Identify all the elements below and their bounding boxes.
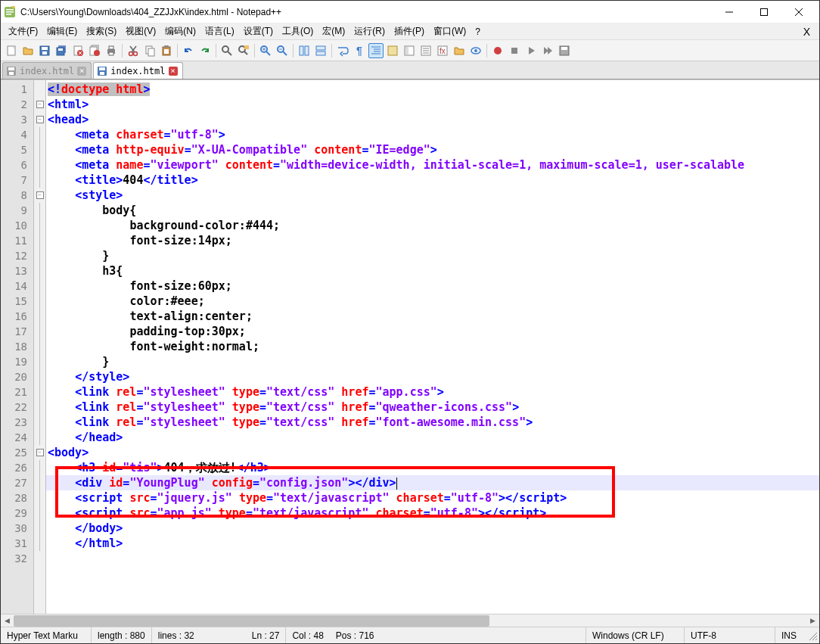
code-line[interactable]: text-align:center; [46, 309, 819, 324]
line-number[interactable]: 18 [1, 339, 33, 354]
lang-udl-icon[interactable] [385, 43, 400, 58]
menu-item[interactable]: ? [471, 25, 485, 39]
save-all-icon[interactable] [54, 43, 69, 58]
fold-toggle-icon[interactable]: − [36, 116, 44, 123]
code-line[interactable]: <style> [46, 188, 819, 203]
code-line[interactable]: <link rel="stylesheet" type="text/css" h… [46, 384, 819, 400]
code-line[interactable]: <head> [46, 112, 819, 127]
maximize-button[interactable] [747, 1, 781, 23]
fold-toggle-icon[interactable]: − [36, 191, 44, 199]
status-encoding[interactable]: UTF-8 [685, 627, 775, 643]
code-line[interactable]: } [46, 354, 819, 369]
code-line[interactable]: <link rel="stylesheet" type="text/css" h… [46, 400, 819, 415]
code-line[interactable]: color:#eee; [46, 294, 819, 309]
line-number[interactable]: 26 [1, 460, 33, 475]
line-number[interactable]: 25 [1, 445, 33, 460]
line-number[interactable]: 1 [1, 82, 33, 97]
stop-macro-icon[interactable] [507, 43, 522, 58]
redo-icon[interactable] [197, 43, 213, 58]
scroll-thumb[interactable] [14, 615, 489, 627]
code-line[interactable]: <link rel="stylesheet" type="text/css" h… [46, 415, 819, 430]
menu-item[interactable]: 设置(T) [239, 23, 278, 39]
menu-item[interactable]: 视图(V) [121, 23, 160, 39]
line-number[interactable]: 12 [1, 248, 33, 263]
code-line[interactable]: </head> [46, 430, 819, 445]
scroll-right-icon[interactable]: ▶ [806, 614, 819, 627]
line-number[interactable]: 15 [1, 294, 33, 309]
line-number[interactable]: 16 [1, 309, 33, 324]
code-line[interactable]: font-size:14px; [46, 233, 819, 248]
line-number[interactable]: 30 [1, 521, 33, 536]
replace-icon[interactable] [236, 43, 251, 58]
func-list-icon[interactable]: fx [435, 43, 450, 58]
code-line[interactable]: padding-top:30px; [46, 324, 819, 339]
minimize-button[interactable] [712, 1, 747, 23]
menu-item[interactable]: 文件(F) [4, 23, 42, 39]
line-number[interactable]: 32 [1, 551, 33, 566]
resize-grip-icon[interactable] [806, 631, 819, 640]
menu-item[interactable]: 工具(O) [278, 23, 318, 39]
file-tab[interactable]: index.html× [93, 62, 182, 79]
open-file-icon[interactable] [20, 43, 36, 58]
menu-item[interactable]: 运行(R) [349, 23, 390, 39]
line-number[interactable]: 6 [1, 157, 33, 173]
code-line[interactable]: } [46, 248, 819, 263]
code-line[interactable]: <div id="YoungPlug" config="config.json"… [46, 475, 819, 490]
line-number[interactable]: 24 [1, 430, 33, 445]
fold-toggle-icon[interactable]: − [36, 101, 44, 108]
line-number[interactable]: 9 [1, 203, 33, 218]
editor[interactable]: 1234567891011121314151617181920212223242… [1, 79, 819, 614]
code-line[interactable]: <script src="jquery.js" type="text/javas… [46, 490, 819, 506]
menu-item[interactable]: 窗口(W) [429, 23, 471, 39]
code-line[interactable]: </body> [46, 521, 819, 536]
file-tab[interactable]: index.html× [2, 62, 92, 79]
code-line[interactable]: <meta name="viewport" content="width=dev… [46, 157, 819, 173]
line-number[interactable]: 3 [1, 112, 33, 127]
menu-item[interactable]: 编辑(E) [42, 23, 82, 39]
code-line[interactable]: body{ [46, 203, 819, 218]
scroll-left-icon[interactable]: ◀ [1, 614, 14, 627]
line-number[interactable]: 2 [1, 97, 33, 112]
zoom-in-icon[interactable] [258, 43, 273, 58]
line-number[interactable]: 28 [1, 490, 33, 506]
code-line[interactable]: font-weight:normal; [46, 339, 819, 354]
code-line[interactable]: background-color:#444; [46, 218, 819, 233]
code-line[interactable]: <h3 id="tis">404，求放过!</h3> [46, 460, 819, 475]
line-number[interactable]: 5 [1, 142, 33, 157]
record-macro-icon[interactable] [490, 43, 505, 58]
save-icon[interactable] [37, 43, 52, 58]
code-line[interactable]: h3{ [46, 263, 819, 278]
line-number[interactable]: 23 [1, 415, 33, 430]
code-line[interactable]: <script src="app.js" type="text/javascri… [46, 506, 819, 521]
menu-item[interactable]: 插件(P) [390, 23, 429, 39]
line-number[interactable]: 11 [1, 233, 33, 248]
line-number[interactable]: 19 [1, 354, 33, 369]
code-line[interactable]: font-size:60px; [46, 278, 819, 294]
undo-icon[interactable] [181, 43, 196, 58]
copy-icon[interactable] [142, 43, 157, 58]
code-line[interactable]: <html> [46, 97, 819, 112]
folder-icon[interactable] [452, 43, 467, 58]
fold-toggle-icon[interactable]: − [36, 449, 44, 456]
close-file-icon[interactable] [70, 43, 85, 58]
save-macro-icon[interactable] [557, 43, 572, 58]
play-multi-icon[interactable] [540, 43, 555, 58]
code-line[interactable] [46, 551, 819, 566]
new-file-icon[interactable] [4, 43, 19, 58]
cut-icon[interactable] [126, 43, 141, 58]
print-icon[interactable] [104, 43, 119, 58]
line-number[interactable]: 13 [1, 263, 33, 278]
code-line[interactable]: <!doctype html> [46, 82, 819, 97]
mdi-close-icon[interactable]: X [797, 26, 816, 38]
doc-list-icon[interactable] [418, 43, 433, 58]
tab-close-icon[interactable]: × [77, 67, 86, 76]
menu-item[interactable]: 宏(M) [318, 23, 349, 39]
monitor-icon[interactable] [468, 43, 483, 58]
close-all-icon[interactable] [87, 43, 102, 58]
scroll-track[interactable] [14, 614, 806, 627]
fold-cell[interactable]: − [34, 188, 45, 203]
status-eol[interactable]: Windows (CR LF) [586, 627, 685, 643]
indent-guide-icon[interactable] [368, 43, 384, 58]
line-number[interactable]: 21 [1, 384, 33, 400]
tab-close-icon[interactable]: × [169, 67, 178, 76]
